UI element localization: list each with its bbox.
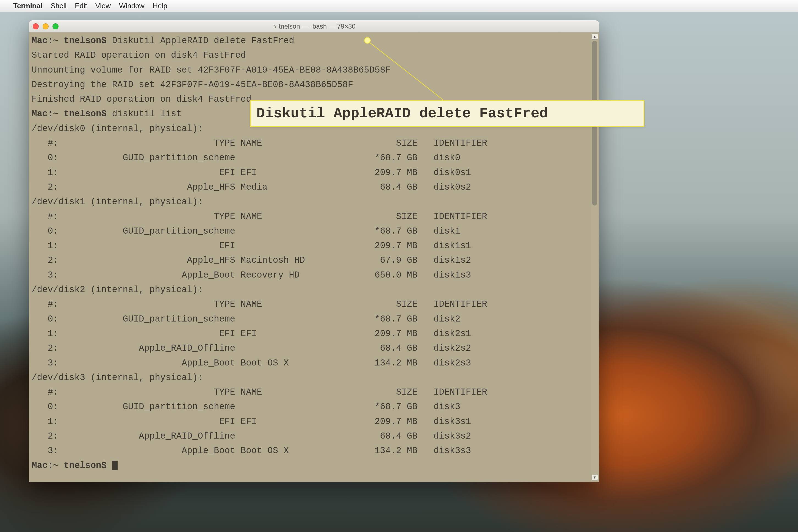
window-titlebar[interactable]: ⌂ tnelson — -bash — 79×30 — [29, 20, 599, 33]
callout-text: Diskutil AppleRAID delete FastFred — [256, 106, 548, 122]
scroll-down-icon[interactable]: ▼ — [591, 474, 598, 480]
terminal-window: ⌂ tnelson — -bash — 79×30 Mac:~ tnelson$… — [29, 20, 599, 482]
menu-window[interactable]: Window — [119, 2, 144, 10]
menu-app[interactable]: Terminal — [13, 2, 42, 10]
zoom-icon[interactable] — [53, 23, 59, 30]
menu-shell[interactable]: Shell — [51, 2, 66, 10]
menu-edit[interactable]: Edit — [75, 2, 87, 10]
menubar: Terminal Shell Edit View Window Help — [0, 0, 798, 12]
window-controls — [33, 23, 59, 30]
callout-anchor-icon — [364, 37, 371, 44]
scroll-up-icon[interactable]: ▲ — [591, 34, 598, 40]
home-icon: ⌂ — [272, 23, 276, 30]
window-title: ⌂ tnelson — -bash — 79×30 — [272, 22, 356, 30]
minimize-icon[interactable] — [43, 23, 49, 30]
callout-box: Diskutil AppleRAID delete FastFred — [250, 100, 644, 127]
menu-view[interactable]: View — [95, 2, 111, 10]
cursor-block — [112, 461, 118, 470]
close-icon[interactable] — [33, 23, 39, 30]
window-title-text: tnelson — -bash — 79×30 — [279, 22, 356, 30]
menu-help[interactable]: Help — [153, 2, 167, 10]
